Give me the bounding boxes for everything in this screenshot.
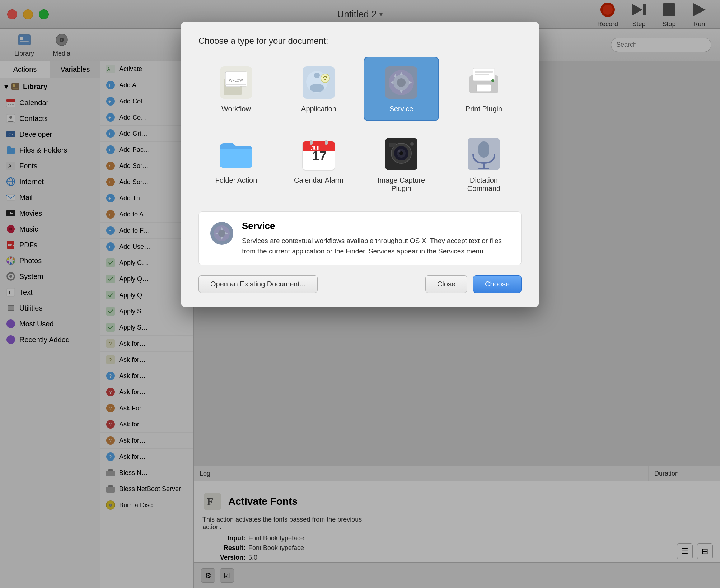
svg-rect-153 bbox=[389, 143, 396, 147]
modal-desc-content: Service Services are contextual workflow… bbox=[242, 220, 511, 256]
modal-description: Service Services are contextual workflow… bbox=[198, 211, 522, 265]
svg-text:WFLOW: WFLOW bbox=[229, 79, 243, 83]
svg-rect-122 bbox=[226, 84, 246, 85]
workflow-modal-icon: WFLOW bbox=[218, 65, 254, 101]
dictation-modal-icon bbox=[466, 136, 502, 172]
svg-point-161 bbox=[218, 230, 225, 237]
open-existing-button[interactable]: Open an Existing Document... bbox=[198, 275, 318, 293]
svg-rect-123 bbox=[226, 86, 240, 87]
image-capture-modal-label: Image Capture Plugin bbox=[370, 176, 433, 193]
svg-rect-146 bbox=[325, 140, 328, 145]
service-modal-icon bbox=[383, 65, 419, 101]
modal-item-service[interactable]: Service bbox=[364, 57, 439, 121]
svg-point-151 bbox=[399, 151, 403, 155]
svg-rect-138 bbox=[477, 84, 491, 92]
svg-point-154 bbox=[410, 142, 414, 146]
modal-item-application[interactable]: Application bbox=[281, 57, 356, 121]
image-capture-modal-icon bbox=[383, 136, 419, 172]
svg-point-133 bbox=[397, 78, 406, 87]
folder-action-modal-icon bbox=[218, 136, 254, 172]
modal-title: Choose a type for your document: bbox=[198, 36, 522, 46]
modal-item-dictation[interactable]: Dictation Command bbox=[446, 128, 522, 201]
svg-rect-137 bbox=[475, 74, 489, 75]
folder-action-modal-label: Folder Action bbox=[215, 176, 257, 185]
modal-item-workflow[interactable]: WFLOW Workflow bbox=[198, 57, 274, 121]
modal-desc-text: Services are contextual workflows availa… bbox=[242, 236, 511, 256]
svg-rect-136 bbox=[475, 71, 493, 73]
svg-rect-156 bbox=[478, 141, 489, 158]
svg-rect-157 bbox=[483, 163, 485, 168]
svg-point-128 bbox=[321, 74, 329, 83]
svg-point-139 bbox=[491, 79, 494, 82]
svg-text:JUL: JUL bbox=[311, 145, 322, 151]
close-button[interactable]: Close bbox=[425, 275, 467, 293]
modal-actions: Open an Existing Document... Close Choos… bbox=[198, 275, 522, 293]
application-modal-label: Application bbox=[301, 105, 336, 113]
svg-rect-145 bbox=[310, 140, 313, 145]
svg-point-126 bbox=[314, 73, 320, 78]
service-desc-icon bbox=[209, 220, 235, 246]
svg-point-152 bbox=[398, 150, 400, 152]
svg-point-127 bbox=[310, 84, 324, 92]
modal-dialog: Choose a type for your document: WFLOW W… bbox=[181, 22, 539, 307]
application-modal-icon bbox=[301, 65, 337, 101]
print-plugin-modal-icon bbox=[466, 65, 502, 101]
calendar-alarm-modal-label: Calendar Alarm bbox=[294, 176, 343, 185]
modal-desc-title: Service bbox=[242, 220, 511, 232]
modal-overlay: Choose a type for your document: WFLOW W… bbox=[0, 0, 720, 588]
calendar-alarm-modal-icon: 17 JUL bbox=[301, 136, 337, 172]
svg-point-129 bbox=[324, 79, 326, 80]
print-plugin-modal-label: Print Plugin bbox=[466, 105, 502, 113]
modal-item-folder-action[interactable]: Folder Action bbox=[198, 128, 274, 201]
modal-item-print-plugin[interactable]: Print Plugin bbox=[446, 57, 522, 121]
modal-item-image-capture[interactable]: Image Capture Plugin bbox=[364, 128, 439, 201]
workflow-modal-label: Workflow bbox=[221, 105, 251, 113]
modal-item-grid: WFLOW Workflow Application bbox=[198, 57, 522, 201]
svg-rect-158 bbox=[478, 168, 489, 169]
service-modal-label: Service bbox=[389, 105, 413, 113]
dictation-modal-label: Dictation Command bbox=[453, 176, 515, 193]
choose-button[interactable]: Choose bbox=[473, 275, 522, 293]
modal-item-calendar-alarm[interactable]: 17 JUL Calendar Alarm bbox=[281, 128, 356, 201]
